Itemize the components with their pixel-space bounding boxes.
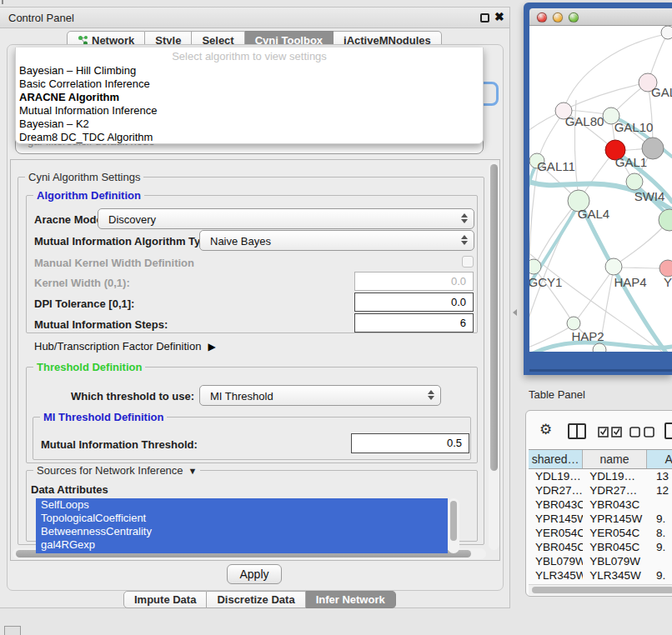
deselect-all-icon[interactable] [629,427,656,438]
dpi-tolerance-field[interactable]: 0.0 [354,292,474,312]
attribute-item-gal4rgexp[interactable]: gal4RGexp [36,538,448,552]
hub-definition-label: Hub/Transcription Factor Definition [34,340,201,352]
manual-kernel-checkbox[interactable] [462,256,474,268]
table-row[interactable]: YBR043CYBR043C [529,498,672,512]
mi-steps-field[interactable]: 6 [354,313,474,332]
attributes-scrollbar-thumb[interactable] [450,501,457,541]
network-edge[interactable] [539,112,564,159]
vertical-scrollbar[interactable] [489,162,499,550]
table-cell: YLR345W [529,569,583,582]
mi-threshold-field[interactable]: 0.5 [351,433,469,453]
tab-label: Impute Data [134,593,196,606]
network-node[interactable] [659,260,672,277]
kernel-width-label: Kernel Width (0,1): [34,277,130,289]
network-canvas[interactable]: GALGAL80GAL10GAL1SWI4GAL11GAL4GCY1HAP4YH… [529,26,672,352]
which-threshold-combo[interactable]: MI Threshold [199,385,441,406]
table-row[interactable]: YPR145WYPR145W9. [529,512,672,526]
algorithm-option-bayesian-hill-climbing[interactable]: Bayesian – Hill Climbing [16,64,483,78]
algorithm-option-bayesian-k2[interactable]: Bayesian – K2 [16,118,483,131]
attribute-item-selfloops[interactable]: SelfLoops [36,498,448,512]
algorithm-dropdown-list: Bayesian – Hill ClimbingBasic Correlatio… [16,64,483,144]
top-edge-tick [2,0,3,4]
attribute-item-betweennesscentrality[interactable]: BetweennessCentrality [36,525,448,538]
table-cell: YER054C [583,527,646,539]
network-node[interactable] [605,258,622,275]
attributes-list-scrollbar[interactable] [448,498,459,553]
network-node[interactable] [567,317,580,330]
apply-button[interactable]: Apply [227,564,282,584]
table-cell: YDL19… [529,470,583,482]
table-row[interactable]: YBR045CYBR045C9. [529,540,672,554]
network-node[interactable] [529,259,541,274]
which-threshold-label: Which threshold to use: [71,390,194,402]
aracne-mode-combo[interactable]: Discovery [98,208,474,229]
algorithm-option-mutual-information-inference[interactable]: Mutual Information Inference [16,104,483,118]
node-label-gal4: GAL4 [578,207,609,221]
network-window-titlebar[interactable] [529,8,672,26]
mac-close-icon[interactable] [537,12,547,22]
which-threshold-value: MI Threshold [210,390,273,402]
table-cell: YDL19… [583,470,646,482]
node-label-gal80: GAL80 [565,114,604,128]
node-label-hap2: HAP2 [571,329,604,343]
network-node[interactable] [626,173,643,190]
table-cell: YPR145W [583,512,646,525]
table-cell: 9. [646,541,672,553]
stepper-icon [461,235,468,245]
table-scrollbar-thumb[interactable] [532,587,672,593]
network-node[interactable] [661,26,672,39]
table-panel-title: Table Panel [529,388,585,401]
tab-infer-network[interactable]: Infer Network [306,591,396,608]
column-header-name[interactable]: name [583,450,646,468]
mac-zoom-icon[interactable] [569,12,579,22]
float-window-icon[interactable] [480,13,489,22]
column-header-a[interactable]: A [647,450,672,468]
network-node[interactable] [659,209,672,231]
table-row[interactable]: YDL19…YDL19…13 [529,469,672,483]
table-row[interactable]: YLR345WYLR345W9. [529,568,672,582]
table-row[interactable]: YER054CYER054C8. [529,526,672,540]
cyni-bottom-tabs: Impute DataDiscretize DataInfer Network [123,591,396,608]
vertical-scrollbar-thumb[interactable] [490,164,498,471]
algorithm-option-dream8-dc-tdc-algorithm[interactable]: Dream8 DC_TDC Algorithm [16,131,483,144]
data-attributes-list[interactable]: SelfLoopsTopologicalCoefficientBetweenne… [36,498,448,553]
table-cell: 13 [646,470,672,482]
table-horizontal-scrollbar[interactable] [529,584,672,595]
node-label-gal10: GAL10 [614,120,654,134]
stepper-icon [428,390,434,400]
table-cell: 9. [646,569,672,582]
kernel-width-field[interactable]: 0.0 [354,272,474,291]
threshold-definition-title: Threshold Definition [33,361,145,373]
column-header-shared[interactable]: shared… [529,450,583,468]
network-edge[interactable] [575,268,614,322]
corner-grip-icon[interactable] [4,626,21,635]
algorithm-option-aracne-algorithm[interactable]: ARACNE Algorithm [16,91,483,104]
hub-definition-toggle[interactable]: Hub/Transcription Factor Definition▶ [34,340,216,352]
page-icon[interactable] [664,422,672,439]
aracne-mode-label: Aracne Mode: [34,213,106,226]
gear-icon[interactable]: ⚙ [539,421,552,438]
columns-icon[interactable] [568,423,586,439]
tab-discretize-data[interactable]: Discretize Data [207,591,305,608]
table-cell: YBR045C [529,541,583,553]
tab-impute-data[interactable]: Impute Data [123,591,207,608]
mi-algorithm-type-combo[interactable]: Naive Bayes [199,230,474,251]
sources-toggle[interactable]: Sources for Network Inference▼ [33,464,200,477]
algorithm-option-basic-correlation-inference[interactable]: Basic Correlation Inference [16,78,483,91]
table-row[interactable]: YBL079WYBL079W [529,554,672,568]
collapsed-arrow-icon: ▶ [208,341,215,352]
table-row[interactable]: YDR27…YDR27…12 [529,483,672,498]
mac-minimize-icon[interactable] [553,12,563,22]
network-edge[interactable] [615,268,666,268]
table-header-row: shared…nameA [529,449,672,469]
attribute-item-topologicalcoefficient[interactable]: TopologicalCoefficient [36,512,448,525]
close-icon[interactable]: ✖ [494,10,504,23]
network-view-window: GALGAL80GAL10GAL1SWI4GAL11GAL4GCY1HAP4YH… [524,2,672,375]
select-all-icon[interactable] [598,427,623,438]
splitter-arrow-icon[interactable] [513,309,517,316]
network-edge[interactable] [565,82,648,109]
control-panel-window: Control Panel ✖ NetworkStyleSelectCyni T… [0,7,510,608]
cyni-settings-container: Cyni Algorithm Settings Algorithm Defini… [10,159,500,561]
table-cell: YBL079W [583,555,646,568]
network-edge[interactable] [535,202,577,265]
